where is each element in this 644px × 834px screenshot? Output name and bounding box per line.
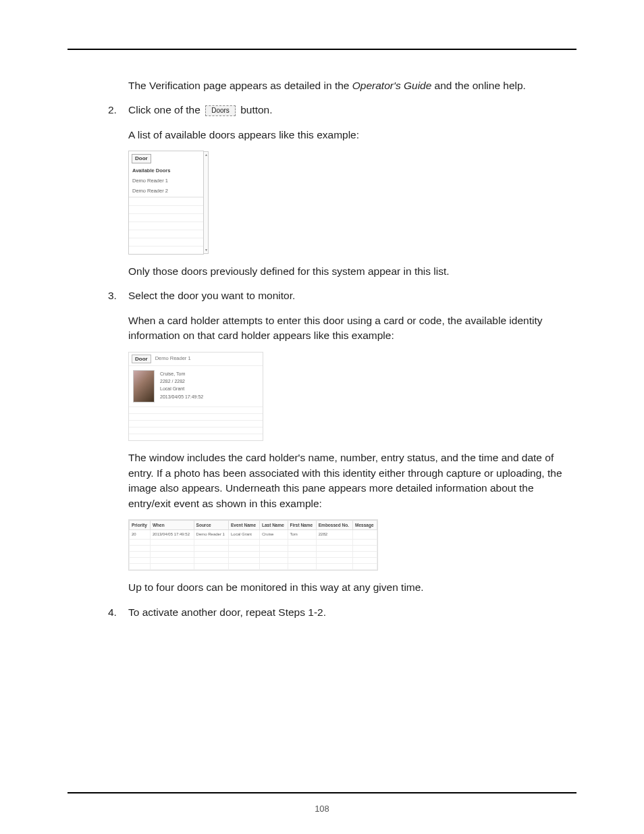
intro-text: The Verification page appears as detaile… xyxy=(128,78,576,93)
col-priority: Priority xyxy=(130,520,151,529)
only-doors-text: Only those doors previously defined for … xyxy=(128,264,576,279)
table-row: 20 2013/04/05 17:49:52 Demo Reader 1 Loc… xyxy=(130,530,377,540)
step-2-text-a: Click one of the xyxy=(128,104,203,115)
col-embossed: Embossed No. xyxy=(316,520,352,529)
col-source: Source xyxy=(194,520,228,529)
page-number: 108 xyxy=(0,804,644,814)
cardholder-name: Cruise, Tom xyxy=(160,370,203,377)
col-lastname: Last Name xyxy=(260,520,288,529)
figure-available-doors: Door Available Doors Demo Reader 1 Demo … xyxy=(128,151,204,254)
step-2-after: A list of available doors appears like t… xyxy=(128,128,576,142)
col-message: Message xyxy=(353,520,377,529)
step-2: 2. Click one of the Doors button. xyxy=(108,103,576,118)
up-to-four-text: Up to four doors can be monitored in thi… xyxy=(128,580,576,595)
step-3-text: Select the door you want to monitor. xyxy=(128,288,576,303)
step-3: 3. Select the door you want to monitor. xyxy=(108,288,576,303)
cardholder-status: Local Grant xyxy=(160,385,203,392)
door-button[interactable]: Door xyxy=(132,355,151,364)
cardholder-time: 2013/04/05 17:49:52 xyxy=(160,393,203,400)
window-includes-text: The window includes the card holder's na… xyxy=(128,450,576,511)
reader-label: Demo Reader 1 xyxy=(155,355,191,363)
step-4-number: 4. xyxy=(108,605,128,620)
step-3-after: When a card holder attempts to enter thi… xyxy=(128,313,576,344)
step-4-text: To activate another door, repeat Steps 1… xyxy=(128,605,576,620)
scrollbar[interactable]: ▴▾ xyxy=(203,151,209,253)
figure-event-table: Priority When Source Event Name Last Nam… xyxy=(128,519,378,571)
intro-span: The Verification page appears as detaile… xyxy=(128,80,526,91)
figure-identity-pane: Door Demo Reader 1 Cruise, Tom 2282 / 22… xyxy=(128,352,263,442)
col-event: Event Name xyxy=(228,520,259,529)
step-2-text-b: button. xyxy=(238,104,273,115)
col-firstname: First Name xyxy=(288,520,316,529)
cardholder-card: 2282 / 2282 xyxy=(160,377,203,385)
door-list-item[interactable]: Demo Reader 2 xyxy=(129,186,203,197)
step-3-number: 3. xyxy=(108,288,128,303)
col-when: When xyxy=(150,520,194,529)
available-doors-header: Available Doors xyxy=(129,166,203,176)
doors-button-inline[interactable]: Doors xyxy=(205,105,236,116)
cardholder-photo xyxy=(133,370,155,402)
door-dropdown-button[interactable]: Door xyxy=(132,154,151,163)
step-2-number: 2. xyxy=(108,103,128,118)
door-list-item[interactable]: Demo Reader 1 xyxy=(129,176,203,186)
step-4: 4. To activate another door, repeat Step… xyxy=(108,605,576,620)
